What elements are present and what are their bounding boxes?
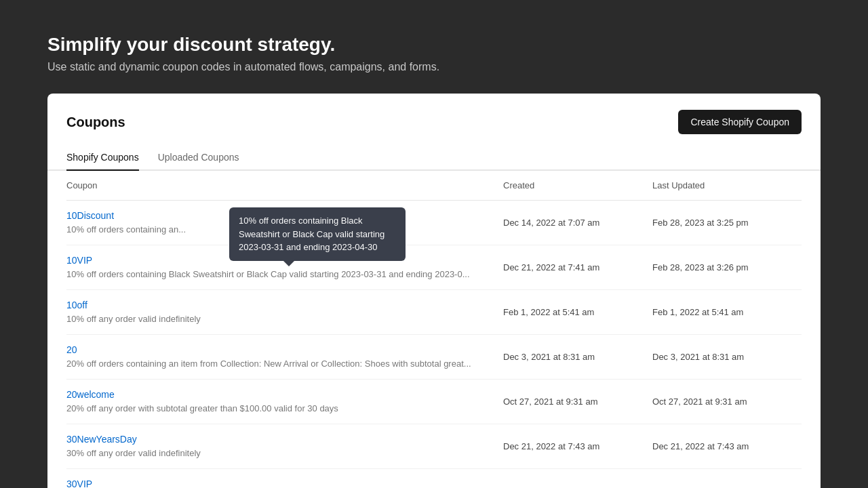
table-row: 10VIP 10% off orders containing Black Sw… xyxy=(66,245,802,290)
table-row: 10off 10% off any order valid indefinite… xyxy=(66,290,802,335)
table-row: 20 20% off orders containing an item fro… xyxy=(66,335,802,380)
hero-section: Simplify your discount strategy. Use sta… xyxy=(0,0,868,94)
header-coupon: Coupon xyxy=(66,180,503,190)
coupon-desc: 30% off any order valid indefinitely xyxy=(66,448,201,458)
created-cell: Dec 20, 2022 at 10:39 pm xyxy=(503,479,652,488)
coupon-cell: 10Discount 10% off orders containing an.… xyxy=(66,210,503,235)
card-header: Coupons Create Shopify Coupon xyxy=(47,94,821,134)
coupon-cell: 10off 10% off any order valid indefinite… xyxy=(66,300,503,325)
updated-cell: Feb 28, 2023 at 3:26 pm xyxy=(652,255,802,280)
created-cell: Oct 27, 2021 at 9:31 am xyxy=(503,389,652,414)
created-cell: Feb 1, 2022 at 5:41 am xyxy=(503,300,652,325)
coupon-link-10vip[interactable]: 10VIP xyxy=(66,255,503,266)
table-row: 30VIP 30% off any order valid until 2023… xyxy=(66,469,802,488)
coupon-link-10off[interactable]: 10off xyxy=(66,300,503,310)
coupon-link-20[interactable]: 20 xyxy=(66,344,503,355)
coupon-desc: 10% off orders containing an... xyxy=(66,224,186,235)
table-header: Coupon Created Last Updated xyxy=(66,171,802,201)
coupon-cell: 20 20% off orders containing an item fro… xyxy=(66,344,503,369)
created-cell: Dec 3, 2021 at 8:31 am xyxy=(503,344,652,369)
create-shopify-coupon-button[interactable]: Create Shopify Coupon xyxy=(678,110,802,134)
header-last-updated: Last Updated xyxy=(652,180,802,190)
created-cell: Dec 21, 2022 at 7:43 am xyxy=(503,434,652,459)
tabs: Shopify Coupons Uploaded Coupons xyxy=(47,145,821,171)
updated-cell: Oct 27, 2021 at 9:31 am xyxy=(652,389,802,414)
tab-uploaded-coupons[interactable]: Uploaded Coupons xyxy=(158,145,239,171)
coupon-cell: 20welcome 20% off any order with subtota… xyxy=(66,389,503,414)
table-row: 30NewYearsDay 30% off any order valid in… xyxy=(66,424,802,469)
coupon-desc: 20% off orders containing an item from C… xyxy=(66,359,471,369)
tab-shopify-coupons[interactable]: Shopify Coupons xyxy=(66,145,139,171)
coupon-link-30newyearsday[interactable]: 30NewYearsDay xyxy=(66,434,503,445)
coupon-link-20welcome[interactable]: 20welcome xyxy=(66,389,503,400)
created-cell: Dec 14, 2022 at 7:07 am xyxy=(503,210,652,235)
hero-subtitle: Use static and dynamic coupon codes in a… xyxy=(47,61,821,73)
updated-cell: Dec 3, 2021 at 8:31 am xyxy=(652,344,802,369)
created-cell: Dec 21, 2022 at 7:41 am xyxy=(503,255,652,280)
coupon-cell: 30NewYearsDay 30% off any order valid in… xyxy=(66,434,503,459)
coupon-desc: 10% off any order valid indefinitely xyxy=(66,314,201,324)
card-title: Coupons xyxy=(66,115,125,130)
coupon-cell: 10VIP 10% off orders containing Black Sw… xyxy=(66,255,503,280)
coupon-link-10discount[interactable]: 10Discount xyxy=(66,210,503,221)
updated-cell: Feb 28, 2023 at 3:25 pm xyxy=(652,210,802,235)
header-created: Created xyxy=(503,180,652,190)
updated-cell: Feb 1, 2022 at 5:41 am xyxy=(652,300,802,325)
updated-cell: Dec 20, 2022 at 10:39 pm xyxy=(652,479,802,488)
updated-cell: Dec 21, 2022 at 7:43 am xyxy=(652,434,802,459)
table-row: 20welcome 20% off any order with subtota… xyxy=(66,380,802,424)
table-row: 10Discount 10% off orders containing an.… xyxy=(66,201,802,245)
coupon-link-30vip[interactable]: 30VIP xyxy=(66,479,503,488)
coupon-desc: 20% off any order with subtotal greater … xyxy=(66,403,338,413)
coupons-card: Coupons Create Shopify Coupon Shopify Co… xyxy=(47,94,821,488)
coupon-cell: 30VIP 30% off any order valid until 2023… xyxy=(66,479,503,488)
coupons-table: Coupon Created Last Updated 10Discount 1… xyxy=(47,171,821,488)
coupon-desc: 10% off orders containing Black Sweatshi… xyxy=(66,269,470,279)
hero-title: Simplify your discount strategy. xyxy=(47,34,821,56)
